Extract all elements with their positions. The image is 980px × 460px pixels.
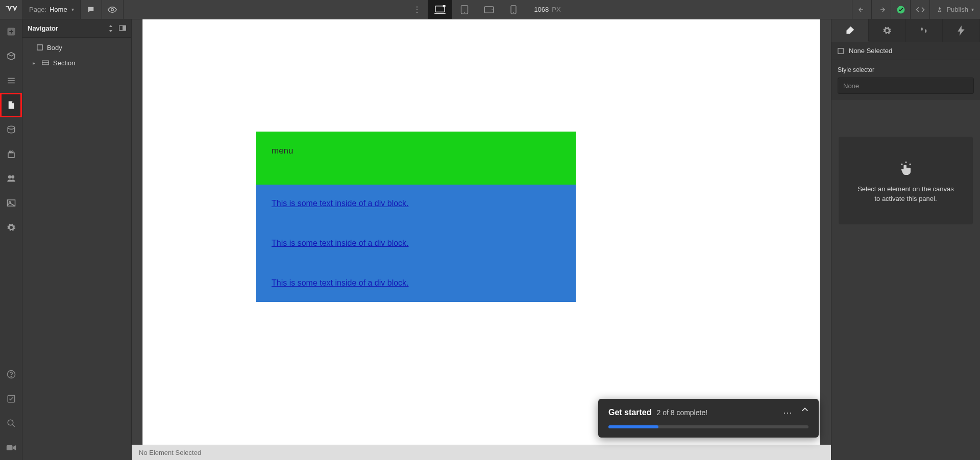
svg-point-13	[9, 151, 11, 152]
svg-point-6	[492, 9, 493, 10]
device-tablet-button[interactable]	[452, 0, 477, 19]
canvas-link-2[interactable]: This is some text inside of a div block.	[272, 239, 560, 248]
canvas-width-readout[interactable]: 1068 PX	[526, 0, 569, 19]
status-text: No Element Selected	[139, 449, 201, 456]
svg-point-29	[905, 162, 906, 163]
svg-point-30	[901, 164, 902, 165]
empty-hint-card: Select an element on the canvas to activ…	[839, 137, 973, 224]
comments-button[interactable]	[81, 0, 102, 19]
video-button[interactable]	[0, 436, 22, 460]
svg-point-0	[111, 8, 114, 11]
svg-point-4	[464, 12, 465, 13]
save-status-button[interactable]	[891, 0, 910, 19]
navigator-panel-toggle-icon[interactable]	[119, 25, 126, 32]
svg-point-16	[11, 175, 14, 178]
webflow-logo[interactable]	[0, 0, 22, 19]
topbar-right-group: Publish ▾	[852, 0, 980, 19]
pages-button[interactable]	[0, 93, 22, 117]
redo-button[interactable]	[871, 0, 891, 19]
svg-point-8	[513, 12, 514, 13]
gear-icon	[883, 26, 892, 35]
canvas-links-block[interactable]: This is some text inside of a div block.…	[256, 185, 576, 302]
navigator-item-section[interactable]: ▸ Section	[22, 55, 131, 70]
symbols-button[interactable]	[0, 44, 22, 68]
navigator-item-label: Body	[47, 44, 62, 52]
canvas-width-value: 1068	[534, 6, 549, 13]
navigator-item-body[interactable]: Body	[22, 40, 131, 55]
style-tab-style[interactable]	[831, 19, 869, 42]
square-icon	[838, 48, 844, 54]
selection-label: None Selected	[849, 47, 892, 55]
canvas-link-3[interactable]: This is some text inside of a div block.	[272, 278, 560, 288]
navigator-sort-icon[interactable]	[108, 25, 114, 32]
device-phone-button[interactable]	[501, 0, 526, 19]
svg-rect-25	[123, 25, 126, 30]
navigator-tree: Body ▸ Section	[22, 38, 131, 72]
svg-point-22	[8, 420, 13, 425]
help-button[interactable]	[0, 362, 22, 387]
ecommerce-button[interactable]	[0, 142, 22, 166]
device-breakpoints	[428, 0, 526, 19]
drops-icon	[919, 26, 928, 35]
left-tool-rail	[0, 19, 22, 460]
svg-rect-28	[838, 48, 843, 53]
navigator-item-label: Section	[53, 59, 75, 67]
canvas-area: menu This is some text inside of a div b…	[132, 19, 831, 460]
style-tab-effects[interactable]	[943, 19, 980, 42]
export-code-button[interactable]	[910, 0, 929, 19]
canvas-menu-block[interactable]: menu	[256, 132, 576, 185]
top-bar: Page: Home ▾ ⋯ 1068 PX	[0, 0, 980, 19]
svg-rect-12	[8, 153, 14, 158]
publish-button[interactable]: Publish ▾	[929, 0, 980, 19]
body-icon	[37, 44, 43, 50]
canvas-viewport[interactable]: menu This is some text inside of a div b…	[132, 19, 831, 445]
selector-label: Style selector	[838, 66, 974, 73]
caret-right-icon[interactable]: ▸	[33, 60, 38, 66]
style-tab-interactions[interactable]	[906, 19, 943, 42]
toast-subtitle: 2 of 8 complete!	[656, 408, 707, 417]
toast-title: Get started	[608, 408, 651, 417]
hint-line-1: Select an element on the canvas	[857, 185, 954, 194]
svg-point-14	[11, 151, 13, 152]
style-tab-settings[interactable]	[869, 19, 906, 42]
audits-button[interactable]	[0, 387, 22, 411]
toast-more-icon[interactable]: ⋯	[783, 407, 792, 418]
undo-button[interactable]	[852, 0, 871, 19]
selector-value: None	[843, 82, 859, 90]
assets-button[interactable]	[0, 191, 22, 215]
svg-point-2	[443, 5, 446, 8]
preview-button[interactable]	[102, 0, 124, 19]
add-element-button[interactable]	[0, 19, 22, 44]
svg-rect-23	[6, 445, 12, 450]
canvas-link-1[interactable]: This is some text inside of a div block.	[272, 199, 560, 208]
selector-input[interactable]: None	[838, 78, 974, 94]
status-bar: No Element Selected	[132, 445, 831, 460]
navigator-panel: Navigator Body ▸ Section	[22, 19, 132, 460]
device-landscape-button[interactable]	[477, 0, 501, 19]
page-switcher[interactable]: Page: Home ▾	[22, 0, 81, 19]
bolt-icon	[958, 25, 965, 36]
hint-line-2: to activate this panel.	[857, 194, 954, 204]
navigator-header: Navigator	[22, 19, 131, 38]
svg-point-20	[11, 376, 12, 377]
settings-button[interactable]	[0, 215, 22, 240]
cms-button[interactable]	[0, 117, 22, 142]
selector-block: Style selector None	[831, 60, 980, 100]
svg-rect-27	[42, 61, 48, 65]
more-vert-button[interactable]: ⋯	[406, 0, 428, 19]
canvas-width-unit: PX	[552, 6, 560, 13]
artboard[interactable]: menu This is some text inside of a div b…	[143, 19, 820, 445]
page-name: Home	[50, 6, 67, 13]
get-started-toast[interactable]: Get started 2 of 8 complete! ⋯	[598, 399, 819, 438]
navigator-button[interactable]	[0, 68, 22, 93]
canvas-menu-text: menu	[272, 146, 293, 156]
svg-point-31	[909, 164, 911, 165]
toast-collapse-icon[interactable]	[801, 407, 808, 418]
section-icon	[42, 60, 49, 65]
device-desktop-button[interactable]	[428, 0, 452, 19]
users-button[interactable]	[0, 166, 22, 191]
canvas-section[interactable]: menu This is some text inside of a div b…	[256, 132, 576, 302]
svg-rect-26	[37, 45, 42, 50]
search-button[interactable]	[0, 411, 22, 436]
svg-point-15	[8, 175, 11, 178]
